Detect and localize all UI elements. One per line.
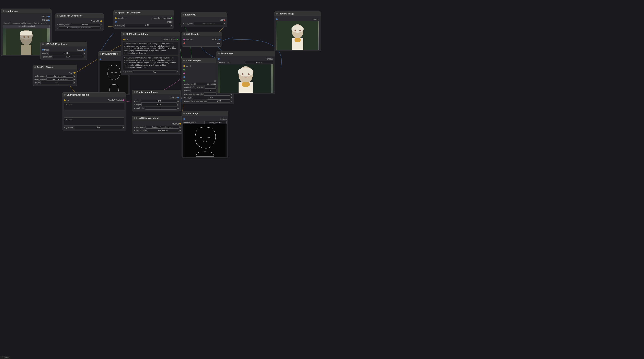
img-strength-arrow-l[interactable]: ◀: [184, 100, 185, 102]
save-bottom-images-in-port[interactable]: [184, 118, 185, 120]
samples-in-port[interactable]: [184, 39, 185, 40]
weight-dtype-arrow-l[interactable]: ◀: [134, 129, 135, 131]
conditioning-bottom-out-port[interactable]: [123, 99, 124, 101]
clip-bottom-guidance-arrow-l[interactable]: ◀: [64, 127, 65, 129]
width-arrow-r[interactable]: ▶: [178, 100, 179, 102]
clip-type-value[interactable]: flux: [40, 81, 74, 84]
controlnet-name-arrow-r[interactable]: ▶: [100, 27, 102, 29]
controlnet-in-port[interactable]: [115, 17, 117, 19]
clip-type-arrow-l[interactable]: ◀: [34, 82, 36, 84]
clip-bottom-in-port[interactable]: [64, 99, 66, 101]
clip-text-top-2[interactable]: A beautiful woman with white hair and li…: [123, 56, 178, 70]
batch-size-arrow-l[interactable]: ◀: [134, 107, 135, 109]
clip-name1-arrow-l[interactable]: ◀: [34, 75, 36, 77]
preview-mid-images-in-port[interactable]: [100, 59, 101, 60]
conditioning-bottom-out-label: CONDITIONING: [68, 99, 123, 102]
width-value[interactable]: 1024: [141, 100, 177, 103]
model-name-value[interactable]: flux-dev: [70, 23, 100, 26]
xlabs-latent-image-in-port[interactable]: [184, 76, 185, 78]
controlnet-condition-out-port[interactable]: [171, 17, 172, 19]
save-top-prefix-value[interactable]: canny_res: [245, 61, 274, 64]
latent-out-port[interactable]: [177, 97, 179, 98]
weight-dtype-value[interactable]: fp8_e4m3fn: [147, 129, 179, 132]
batch-size-arrow-r[interactable]: ▶: [178, 107, 179, 109]
save-top-images-in-port[interactable]: [218, 58, 220, 60]
image-out-port[interactable]: [48, 16, 50, 17]
batch-size-value[interactable]: 1: [145, 107, 177, 110]
control-after-arrow-l[interactable]: ◀: [184, 86, 185, 88]
clip-top-guidance-arrow-l[interactable]: ◀: [123, 71, 124, 73]
strength-value[interactable]: 0.70: [124, 24, 170, 27]
vae-name-arrow-l[interactable]: ◀: [182, 23, 184, 25]
clip-top-in-port[interactable]: [123, 39, 124, 40]
xlabs-controlnet-cond-in-port[interactable]: [184, 80, 185, 82]
clip-name1-arrow-r[interactable]: ▶: [74, 75, 76, 77]
vae-name-value[interactable]: ae.safetensors: [194, 22, 223, 25]
clip-top-guidance-value[interactable]: 4.0: [133, 70, 176, 73]
clip-name2-arrow-r[interactable]: ▶: [74, 79, 76, 81]
xlabs-model-in-port[interactable]: [184, 65, 185, 67]
image-in-port[interactable]: [115, 21, 117, 23]
height-arrow-l[interactable]: ◀: [134, 104, 135, 106]
model-name-arrow-r[interactable]: ▶: [100, 24, 102, 26]
save-bottom-prefix-value[interactable]: canny_process: [204, 121, 227, 124]
clip-bottom-guidance-value[interactable]: 4.0: [74, 126, 122, 129]
vae-decode-vae-in-port[interactable]: [184, 42, 185, 44]
safe-value[interactable]: enable: [48, 52, 83, 55]
xlabs-neg-conditioning-in-port[interactable]: [184, 73, 185, 74]
unet-name-value[interactable]: flux1-dev-fp8.safetensors: [146, 126, 179, 129]
model-out-port[interactable]: [179, 123, 181, 125]
unet-name-arrow-r[interactable]: ▶: [180, 126, 181, 128]
mask-out-port[interactable]: [48, 19, 50, 21]
controlnet-name-value[interactable]: flux1ed-controlnet-v3.safetensors: [59, 27, 100, 29]
hed-image-in-port[interactable]: [42, 49, 44, 51]
clip-name2-value[interactable]: t5xxl_fp16.safetensors: [46, 78, 74, 81]
true-gs-arrow-l[interactable]: ◀: [184, 97, 185, 99]
resolution-arrow-r[interactable]: ▶: [84, 56, 85, 58]
save-top-prefix-row: filename_prefix canny_res: [218, 61, 273, 64]
true-gs-arrow-r[interactable]: ▶: [231, 97, 232, 99]
conditioning-top-out-port[interactable]: [177, 39, 178, 40]
vae-out-port[interactable]: [224, 19, 225, 21]
clip-text-top-1[interactable]: A beautiful woman with white hair and li…: [123, 42, 178, 56]
noise-seed-arrow-l[interactable]: ◀: [184, 83, 185, 85]
clip-name1-value[interactable]: clip_l.safetensors: [46, 75, 74, 78]
true-gs-value[interactable]: 3.5: [192, 96, 230, 99]
strength-arrow-l[interactable]: ◀: [115, 25, 116, 27]
strength-arrow-r[interactable]: ▶: [171, 25, 172, 27]
vae-name-arrow-r[interactable]: ▶: [224, 23, 225, 25]
controlnet-in-label: controlnet: [117, 17, 126, 19]
model-name-arrow-l[interactable]: ◀: [57, 24, 58, 26]
clip-bottom-guidance-arrow-r[interactable]: ▶: [123, 127, 124, 129]
controlnet-out-port[interactable]: [100, 20, 102, 22]
safe-arrow-l[interactable]: ◀: [42, 52, 44, 54]
img-strength-arrow-r[interactable]: ▶: [231, 100, 232, 102]
height-value[interactable]: 1024: [142, 103, 177, 106]
weight-dtype-arrow-r[interactable]: ▶: [180, 129, 181, 131]
resolution-value[interactable]: 1024: [53, 55, 83, 58]
clip-text-bottom-2[interactable]: bad photo: [64, 117, 124, 126]
clip-top-guidance-arrow-r[interactable]: ▶: [177, 71, 178, 73]
controlnet-name-arrow-l[interactable]: ◀: [57, 27, 58, 29]
resolution-arrow-l[interactable]: ◀: [42, 56, 44, 58]
clip-out-port[interactable]: [74, 72, 76, 74]
steps-arrow-l[interactable]: ◀: [184, 90, 185, 92]
clip-text-bottom-1[interactable]: bad photo: [64, 102, 124, 110]
timestep-arrow-l[interactable]: ◀: [184, 93, 185, 95]
safe-arrow-r[interactable]: ▶: [84, 52, 85, 54]
clip-name2-arrow-l[interactable]: ◀: [34, 79, 36, 81]
preview-images-in-port[interactable]: [276, 18, 278, 20]
clip-type-arrow-r[interactable]: ▶: [74, 82, 76, 84]
unet-name-arrow-l[interactable]: ◀: [134, 126, 135, 128]
img-strength-value[interactable]: 0.00: [207, 99, 230, 103]
load-diffusion-model-header: Load Diffusion Model: [132, 116, 182, 120]
choose-file-btn[interactable]: choose file to upload: [3, 25, 50, 28]
height-arrow-r[interactable]: ▶: [178, 104, 179, 106]
save-image-top-preview: [218, 64, 273, 93]
conditioning-top-out-label: CONDITIONING: [128, 39, 177, 41]
width-arrow-l[interactable]: ◀: [134, 100, 135, 102]
image-vae-out-port[interactable]: [219, 39, 220, 40]
model-name-label: model_name: [59, 24, 70, 26]
xlabs-conditioning-in-port[interactable]: [184, 69, 185, 71]
hed-image-out-port[interactable]: [84, 49, 85, 51]
